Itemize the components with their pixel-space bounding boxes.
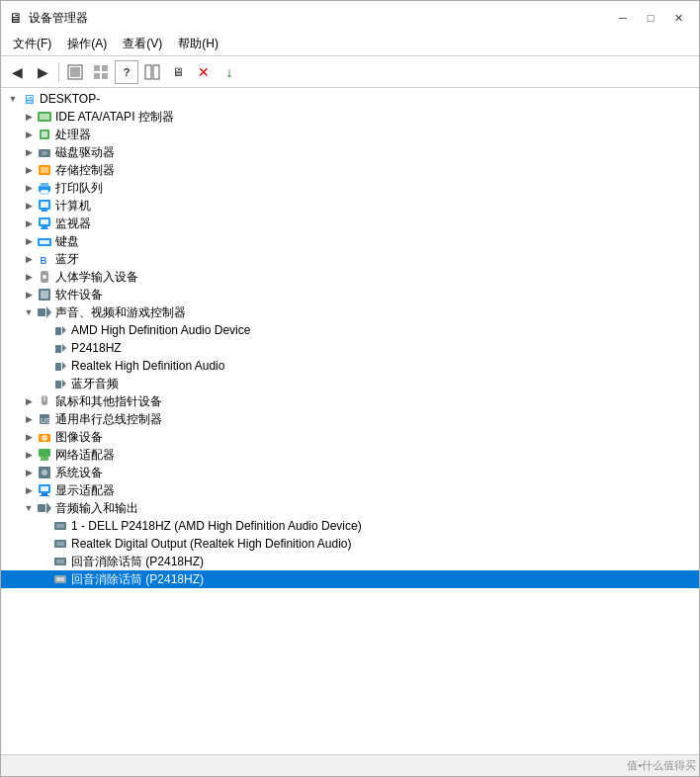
- svg-rect-21: [42, 210, 47, 212]
- network-label: 网络适配器: [55, 447, 115, 464]
- list-item[interactable]: ▶ 软件设备: [1, 286, 699, 303]
- usb-label: 通用串行总线控制器: [55, 411, 162, 428]
- expand-ide[interactable]: ▶: [21, 109, 37, 125]
- svg-marker-40: [62, 362, 66, 370]
- menu-view[interactable]: 查看(V): [115, 35, 170, 53]
- view3-button[interactable]: [140, 60, 164, 84]
- expand-usb[interactable]: ▶: [21, 411, 37, 427]
- list-item[interactable]: 回音消除话筒 (P2418HZ): [1, 553, 699, 570]
- minimize-button[interactable]: ─: [610, 8, 636, 28]
- svg-rect-9: [40, 114, 49, 120]
- expand-camera[interactable]: ▶: [21, 429, 37, 445]
- audiodev-icon: [52, 376, 68, 391]
- mouse-label: 鼠标和其他指针设备: [55, 393, 162, 410]
- delete-button[interactable]: ✕: [192, 60, 216, 84]
- expand-network[interactable]: ▶: [21, 447, 37, 463]
- list-item[interactable]: ▼ 声音、视频和游戏控制器: [1, 303, 699, 321]
- camera-icon: [37, 429, 52, 445]
- list-item[interactable]: ▶ 人体学输入设备: [1, 268, 699, 286]
- list-item[interactable]: ▶ 处理器: [1, 126, 699, 143]
- list-item[interactable]: ▶ 显示适配器: [1, 481, 699, 499]
- list-item[interactable]: ▶ 存储控制器: [1, 161, 699, 179]
- list-item[interactable]: ▶ 打印队列: [1, 179, 699, 197]
- help-button[interactable]: ?: [115, 60, 138, 84]
- expand-system[interactable]: ▶: [21, 465, 37, 480]
- list-item[interactable]: ▶ 系统设备: [1, 464, 699, 481]
- svg-point-13: [42, 151, 47, 155]
- list-item[interactable]: Realtek High Definition Audio: [1, 357, 699, 375]
- view1-button[interactable]: [63, 60, 87, 84]
- bt-audio-label: 蓝牙音频: [71, 376, 119, 392]
- close-button[interactable]: ✕: [665, 8, 691, 28]
- camera-label: 图像设备: [55, 429, 103, 446]
- expand-cpu[interactable]: ▶: [21, 127, 37, 142]
- audio-label: 声音、视频和游戏控制器: [55, 304, 186, 321]
- back-button[interactable]: ◀: [5, 60, 29, 84]
- expand-root[interactable]: ▼: [5, 91, 21, 107]
- svg-point-48: [42, 435, 47, 441]
- audiodev2-icon: [52, 554, 68, 569]
- device-tree[interactable]: ▼ 🖥 DESKTOP- ▶ IDE ATA/ATAPI 控制器 ▶ 处理器 ▶: [1, 88, 699, 754]
- view2-button[interactable]: [89, 60, 113, 84]
- expand-mouse[interactable]: ▶: [21, 393, 37, 409]
- list-item[interactable]: ▶ 磁盘驱动器: [1, 143, 699, 161]
- keyboard-label: 键盘: [55, 233, 79, 250]
- svg-rect-15: [41, 167, 48, 173]
- list-item[interactable]: ▶ ʙ 蓝牙: [1, 250, 699, 268]
- maximize-button[interactable]: □: [638, 8, 663, 28]
- hid-icon: [37, 269, 52, 285]
- list-item[interactable]: ▶ 网络适配器: [1, 446, 699, 464]
- expand-storage[interactable]: ▶: [21, 162, 37, 178]
- svg-rect-20: [41, 202, 48, 208]
- list-item[interactable]: P2418HZ: [1, 339, 699, 357]
- forward-button[interactable]: ▶: [31, 60, 54, 84]
- list-item[interactable]: 蓝牙音频: [1, 375, 699, 392]
- list-item[interactable]: ▶ 鼠标和其他指针设备: [1, 392, 699, 410]
- list-item[interactable]: ▶ 键盘: [1, 232, 699, 250]
- audiodev2-icon: [52, 536, 68, 552]
- list-item[interactable]: ▼ 音频输入和输出: [1, 499, 699, 517]
- menu-action[interactable]: 操作(A): [59, 35, 115, 53]
- audioinout-label: 音频输入和输出: [55, 500, 138, 517]
- expand-bluetooth[interactable]: ▶: [21, 251, 37, 267]
- list-item[interactable]: ▶ 图像设备: [1, 428, 699, 446]
- list-item[interactable]: ▶ USB 通用串行总线控制器: [1, 410, 699, 428]
- download-button[interactable]: ↓: [218, 60, 241, 84]
- expand-display[interactable]: ▶: [21, 482, 37, 498]
- expand-monitor[interactable]: ▶: [21, 216, 37, 231]
- audiodev-icon: [52, 358, 68, 374]
- list-item[interactable]: 1 - DELL P2418HZ (AMD High Definition Au…: [1, 517, 699, 535]
- svg-rect-56: [40, 495, 49, 496]
- menu-help[interactable]: 帮助(H): [170, 35, 226, 53]
- expand-keyboard[interactable]: ▶: [21, 233, 37, 249]
- list-item[interactable]: AMD High Definition Audio Device: [1, 321, 699, 339]
- list-item[interactable]: ▶ IDE ATA/ATAPI 控制器: [1, 108, 699, 126]
- list-item[interactable]: ▶ 计算机: [1, 197, 699, 215]
- storage-label: 存储控制器: [55, 162, 115, 179]
- title-bar: 🖥 设备管理器 ─ □ ✕: [1, 1, 699, 33]
- svg-text:ʙ: ʙ: [40, 252, 47, 267]
- list-item[interactable]: Realtek Digital Output (Realtek High Def…: [1, 535, 699, 553]
- cpu-label: 处理器: [55, 127, 91, 143]
- expand-printer[interactable]: ▶: [21, 180, 37, 196]
- svg-text:USB: USB: [41, 416, 52, 425]
- svg-rect-66: [56, 577, 64, 581]
- usb-icon: USB: [37, 411, 52, 427]
- expand-pc[interactable]: ▶: [21, 198, 37, 214]
- audiodev2-icon: [52, 571, 68, 587]
- expand-disk[interactable]: ▶: [21, 144, 37, 160]
- p2418hz-label: P2418HZ: [71, 341, 122, 355]
- expand-audio[interactable]: ▼: [21, 304, 37, 320]
- menu-file[interactable]: 文件(F): [5, 35, 59, 53]
- title-controls: ─ □ ✕: [610, 8, 691, 28]
- system-icon: [37, 465, 52, 480]
- list-item-selected[interactable]: 回音消除话筒 (P2418HZ): [1, 570, 699, 588]
- expand-software[interactable]: ▶: [21, 287, 37, 302]
- monitor-button[interactable]: 🖥: [166, 60, 190, 84]
- tree-root[interactable]: ▼ 🖥 DESKTOP-: [1, 90, 699, 108]
- expand-hid[interactable]: ▶: [21, 269, 37, 285]
- echo-mic2-label: 回音消除话筒 (P2418HZ): [71, 571, 204, 588]
- expand-audioinout[interactable]: ▼: [21, 500, 37, 516]
- list-item[interactable]: ▶ 监视器: [1, 215, 699, 232]
- display-icon: [37, 482, 52, 498]
